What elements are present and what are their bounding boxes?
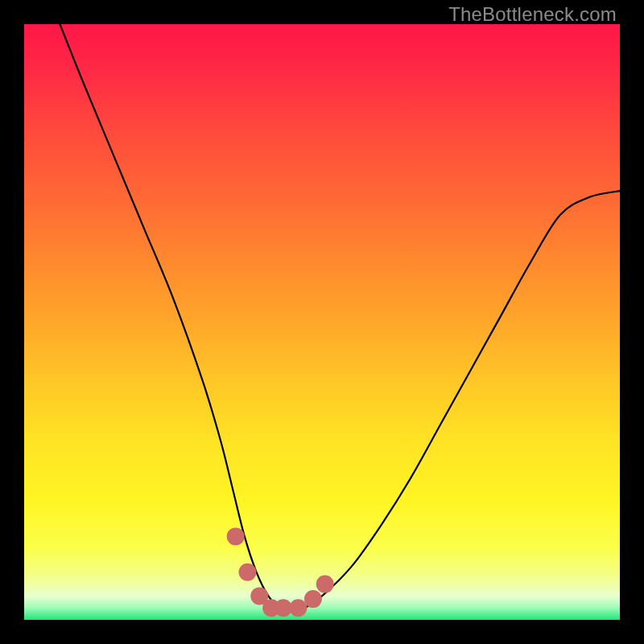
valley-markers-group	[227, 527, 334, 617]
valley-marker	[227, 527, 245, 545]
curve-layer	[24, 24, 620, 620]
valley-marker	[239, 564, 257, 581]
plot-area	[24, 24, 620, 620]
chart-frame: TheBottleneck.com	[0, 0, 644, 644]
valley-marker	[289, 599, 307, 617]
valley-marker	[304, 590, 322, 608]
valley-marker	[316, 576, 334, 593]
bottleneck-curve	[60, 24, 620, 609]
watermark-text: TheBottleneck.com	[448, 3, 617, 26]
